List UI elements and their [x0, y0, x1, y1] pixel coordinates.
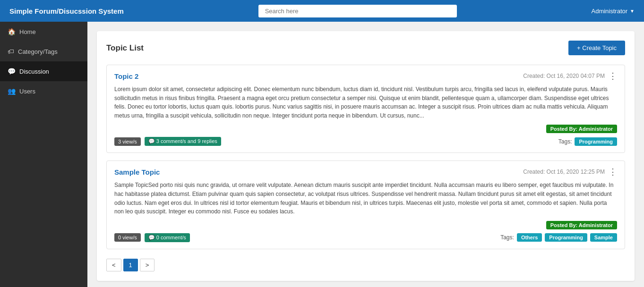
- topic2-tag-programming[interactable]: Programming: [575, 137, 617, 146]
- topic-card-sample: Sample Topic Created: Oct 16, 2020 12:25…: [106, 160, 625, 249]
- pagination-page1[interactable]: 1: [123, 259, 138, 271]
- sample-more-icon[interactable]: ⋮: [609, 168, 617, 176]
- topic2-views-badge: 3 view/s: [114, 137, 141, 146]
- brand-title: Simple Forum/Disucssion System: [9, 7, 124, 15]
- topic2-footer: 3 view/s 💬 3 comment/s and 9 replies Tag…: [114, 137, 617, 146]
- sidebar-users-label: Users: [19, 88, 35, 95]
- topic2-tags: Tags: Programming: [558, 137, 617, 146]
- sample-comments-badge: 💬 0 comment/s: [145, 233, 190, 242]
- main-content: Topic List + Create Topic Topic 2 Create…: [87, 22, 644, 287]
- topic2-title[interactable]: Topic 2: [114, 72, 138, 80]
- topic-list-title: Topic List: [106, 43, 144, 53]
- sidebar-home-label: Home: [19, 28, 36, 35]
- sample-stats: 0 view/s 💬 0 comment/s: [114, 233, 190, 242]
- pagination: < 1 >: [106, 259, 625, 271]
- topic2-posted-by-container: Posted By: Administrator: [114, 125, 617, 133]
- navbar: Simple Forum/Disucssion System Administr…: [0, 0, 644, 22]
- sidebar-item-discussion[interactable]: 💬 Discussion: [0, 61, 87, 81]
- home-icon: 🏠: [8, 28, 16, 35]
- search-container: [258, 5, 457, 17]
- topic2-meta: Created: Oct 16, 2020 04:07 PM ⋮: [523, 72, 617, 80]
- topic2-posted-by-badge: Posted By: Administrator: [546, 125, 617, 133]
- sidebar-item-category[interactable]: 🏷 Category/Tags: [0, 42, 87, 61]
- sample-meta: Created: Oct 16, 2020 12:25 PM ⋮: [523, 168, 617, 176]
- sample-created: Created: Oct 16, 2020 12:25 PM: [523, 169, 605, 175]
- sidebar-category-label: Category/Tags: [18, 48, 58, 55]
- topic-list-header: Topic List + Create Topic: [106, 41, 625, 55]
- topic2-stats: 3 view/s 💬 3 comment/s and 9 replies: [114, 137, 221, 146]
- sample-tags-label: Tags:: [500, 234, 514, 241]
- topic2-header: Topic 2 Created: Oct 16, 2020 04:07 PM ⋮: [114, 72, 617, 80]
- sample-tags: Tags: Others Programming Sample: [500, 233, 617, 242]
- user-menu[interactable]: Administrator ▼: [592, 8, 635, 15]
- sample-header: Sample Topic Created: Oct 16, 2020 12:25…: [114, 168, 617, 176]
- topic2-body: Lorem ipsum dolor sit amet, consectetur …: [114, 85, 617, 120]
- sample-tag-others[interactable]: Others: [517, 233, 542, 242]
- discussion-icon: 💬: [8, 68, 16, 75]
- create-topic-button[interactable]: + Create Topic: [568, 41, 625, 55]
- sample-body: Sample TopicSed porto nisi quis nunc gra…: [114, 181, 617, 216]
- users-icon: 👥: [8, 87, 16, 95]
- pagination-next[interactable]: >: [140, 259, 155, 271]
- topic2-comments-badge: 💬 3 comment/s and 9 replies: [145, 137, 221, 146]
- topic2-more-icon[interactable]: ⋮: [609, 72, 617, 80]
- sidebar-item-users[interactable]: 👥 Users: [0, 81, 87, 101]
- topic-card-topic2: Topic 2 Created: Oct 16, 2020 04:07 PM ⋮…: [106, 65, 625, 153]
- user-name: Administrator: [592, 8, 628, 15]
- sample-posted-by-container: Posted By: Administrator: [114, 221, 617, 229]
- tag-icon: 🏷: [8, 48, 14, 55]
- layout: 🏠 Home 🏷 Category/Tags 💬 Discussion 👥 Us…: [0, 22, 644, 287]
- sample-title[interactable]: Sample Topic: [114, 168, 160, 176]
- sidebar: 🏠 Home 🏷 Category/Tags 💬 Discussion 👥 Us…: [0, 22, 87, 287]
- search-input[interactable]: [258, 5, 457, 17]
- sample-tag-programming[interactable]: Programming: [545, 233, 587, 242]
- topic2-created: Created: Oct 16, 2020 04:07 PM: [523, 73, 605, 79]
- sample-tag-sample[interactable]: Sample: [590, 233, 617, 242]
- sample-posted-by-badge: Posted By: Administrator: [546, 221, 617, 229]
- sample-footer: 0 view/s 💬 0 comment/s Tags: Others Prog…: [114, 233, 617, 242]
- topic-list-container: Topic List + Create Topic Topic 2 Create…: [97, 31, 635, 281]
- pagination-prev[interactable]: <: [106, 259, 121, 271]
- sample-views-badge: 0 view/s: [114, 233, 141, 242]
- dropdown-caret-icon: ▼: [630, 8, 635, 14]
- sidebar-item-home[interactable]: 🏠 Home: [0, 22, 87, 42]
- topic2-tags-label: Tags:: [558, 138, 572, 145]
- sidebar-discussion-label: Discussion: [19, 68, 49, 75]
